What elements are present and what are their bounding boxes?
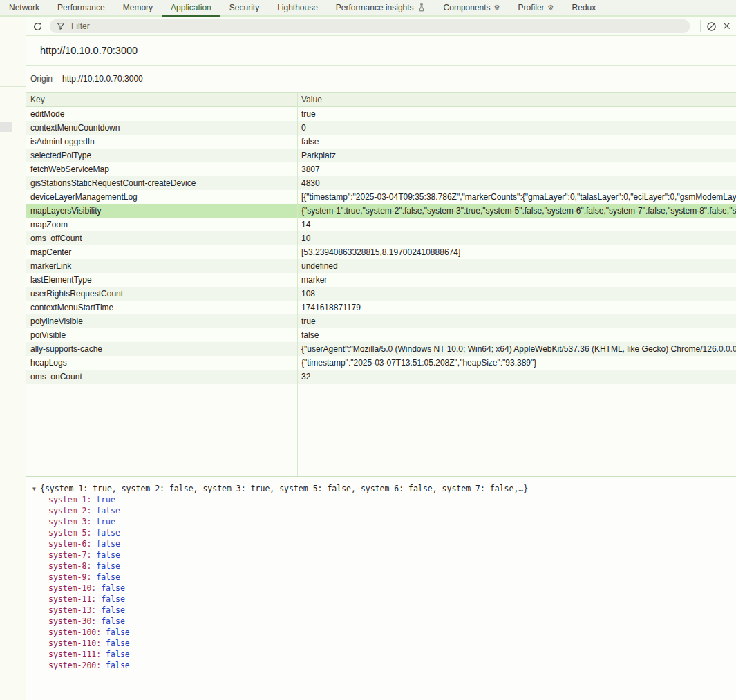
object-preview-summary[interactable]: ▼{system-1: true, system-2: false, syste… (26, 483, 736, 494)
object-property[interactable]: system-2: false (26, 505, 736, 516)
row-value: 0 (297, 121, 736, 135)
property-name: system-8: (48, 561, 91, 571)
tab-security[interactable]: Security (220, 0, 268, 17)
table-row[interactable]: fetchWebServiceMap3807 (26, 162, 736, 176)
object-property[interactable]: system-3: true (26, 516, 736, 527)
property-name: system-10: (48, 583, 96, 593)
tab-label: Redux (572, 3, 596, 12)
refresh-button[interactable] (31, 20, 44, 32)
table-row[interactable]: userRightsRequestCount108 (26, 287, 736, 301)
row-value: 10 (297, 231, 736, 245)
object-property[interactable]: system-200: false (26, 660, 736, 671)
table-row[interactable]: lastElementTypemarker (26, 273, 736, 287)
table-row[interactable]: oms_offCount10 (26, 231, 736, 245)
row-value: marker (297, 273, 736, 287)
table-row[interactable]: ally-supports-cache{"userAgent":"Mozilla… (26, 342, 736, 356)
tab-performance-insights[interactable]: Performance insights (327, 0, 435, 17)
tab-profiler[interactable]: Profiler⚙ (509, 0, 563, 17)
column-header-value: Value (297, 93, 736, 106)
tab-performance[interactable]: Performance (48, 0, 114, 17)
row-value: 3807 (297, 162, 736, 176)
object-property[interactable]: system-11: false (26, 594, 736, 605)
property-name: system-100: (48, 627, 101, 637)
table-header-row: Key Value (26, 92, 736, 107)
row-value: [53.23940863328815,8.197002410888674] (297, 245, 736, 259)
tab-components[interactable]: Components⚙ (435, 0, 509, 17)
sidebar-selected-item[interactable] (0, 122, 12, 132)
table-row[interactable]: polylineVisibletrue (26, 314, 736, 328)
object-property[interactable]: system-5: false (26, 527, 736, 538)
row-key: heapLogs (26, 356, 297, 370)
devtools-tab-bar: NetworkPerformanceMemoryApplicationSecur… (0, 0, 736, 17)
object-property[interactable]: system-13: false (26, 605, 736, 616)
object-property-list: system-1: truesystem-2: falsesystem-3: t… (26, 494, 736, 671)
property-value: false (101, 605, 125, 615)
row-value: Parkplatz (297, 149, 736, 162)
row-value: undefined (297, 259, 736, 273)
object-property[interactable]: system-100: false (26, 627, 736, 638)
table-row[interactable]: mapZoom14 (26, 218, 736, 231)
object-property[interactable]: system-8: false (26, 560, 736, 571)
expander-triangle-icon[interactable]: ▼ (32, 484, 40, 495)
row-value: {"system-1":true,"system-2":false,"syste… (297, 204, 736, 218)
tab-label: Network (9, 3, 39, 12)
table-row[interactable]: selectedPoiTypeParkplatz (26, 149, 736, 162)
table-row[interactable]: deviceLayerManagementLog[{"timestamp":"2… (26, 190, 736, 204)
tab-network[interactable]: Network (0, 0, 48, 17)
property-value: false (96, 550, 120, 560)
object-property[interactable]: system-111: false (26, 649, 736, 660)
object-property[interactable]: system-10: false (26, 583, 736, 594)
clear-icon (706, 21, 717, 32)
object-property[interactable]: system-110: false (26, 638, 736, 649)
close-icon (722, 21, 731, 30)
table-row[interactable]: heapLogs{"timestamp":"2025-03-07T13:51:0… (26, 356, 736, 370)
column-header-key: Key (26, 93, 297, 106)
row-value: 4830 (297, 176, 736, 190)
tab-label: Profiler (518, 3, 545, 12)
row-key: oms_offCount (26, 231, 297, 245)
table-row[interactable]: gisStationsStaticRequestCount-createDevi… (26, 176, 736, 190)
object-property[interactable]: system-7: false (26, 549, 736, 560)
filter-field[interactable] (50, 19, 690, 33)
property-value: false (96, 572, 120, 582)
object-property[interactable]: system-6: false (26, 538, 736, 549)
object-property[interactable]: system-30: false (26, 616, 736, 627)
table-row[interactable]: markerLinkundefined (26, 259, 736, 273)
value-preview-pane: ▼{system-1: true, system-2: false, syste… (26, 476, 736, 700)
property-name: system-6: (48, 539, 91, 549)
property-value: false (96, 539, 120, 549)
object-property[interactable]: system-9: false (26, 571, 736, 583)
property-value: false (106, 638, 130, 648)
row-key: poiVisible (26, 328, 297, 342)
origin-value: http://10.10.0.70:3000 (62, 66, 143, 92)
object-summary-text: {system-1: true, system-2: false, system… (40, 484, 528, 493)
tab-lighthouse[interactable]: Lighthouse (268, 0, 327, 17)
tab-redux[interactable]: Redux (563, 0, 605, 17)
table-row[interactable]: poiVisiblefalse (26, 328, 736, 342)
sidebar-inner-divider (12, 17, 12, 700)
property-name: system-11: (48, 594, 96, 604)
gear-icon: ⚙ (548, 4, 554, 11)
row-key: contextMenuCountdown (26, 121, 297, 135)
refresh-icon (32, 21, 43, 32)
close-button[interactable] (720, 19, 733, 32)
table-row[interactable]: isAdminLoggedInfalse (26, 135, 736, 149)
object-property[interactable]: system-1: true (26, 494, 736, 505)
property-value: false (96, 528, 120, 538)
property-value: false (101, 616, 125, 626)
tab-memory[interactable]: Memory (114, 0, 162, 17)
flask-icon (417, 3, 426, 12)
property-name: system-2: (48, 506, 91, 515)
clear-storage-button[interactable] (705, 20, 717, 32)
filter-input[interactable] (70, 21, 683, 32)
table-row[interactable]: contextMenuCountdown0 (26, 121, 736, 135)
origin-row: Origin http://10.10.0.70:3000 (26, 66, 736, 92)
row-key: deviceLayerManagementLog (26, 190, 297, 204)
column-resize-divider[interactable] (297, 92, 298, 476)
table-row[interactable]: mapLayersVisibility{"system-1":true,"sys… (26, 204, 736, 218)
table-row[interactable]: editModetrue (26, 107, 736, 121)
table-row[interactable]: mapCenter[53.23940863328815,8.1970024108… (26, 245, 736, 259)
table-row[interactable]: oms_onCount32 (26, 370, 736, 384)
tab-application[interactable]: Application (162, 0, 220, 17)
table-row[interactable]: contextMenuStartTime1741618871179 (26, 301, 736, 314)
